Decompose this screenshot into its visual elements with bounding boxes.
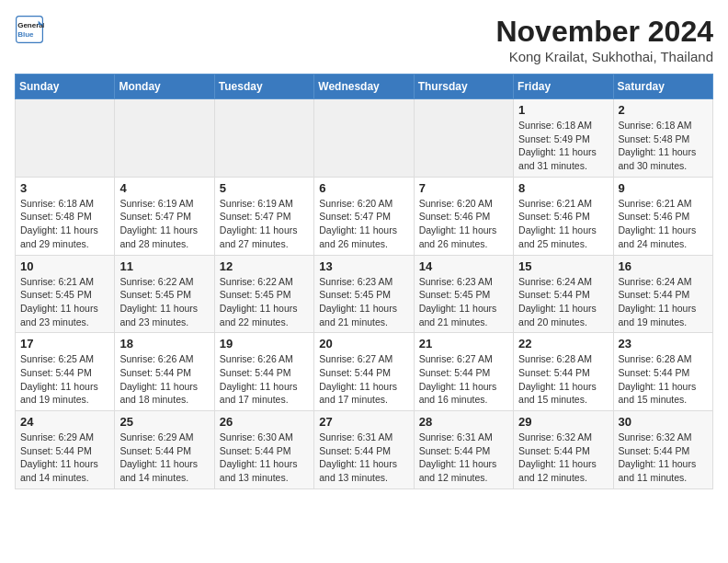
day-number: 23 (619, 337, 708, 350)
week-row-3: 10Sunrise: 6:21 AM Sunset: 5:45 PM Dayli… (16, 255, 713, 333)
day-info: Sunrise: 6:18 AM Sunset: 5:48 PM Dayligh… (619, 119, 708, 173)
week-row-5: 24Sunrise: 6:29 AM Sunset: 5:44 PM Dayli… (16, 411, 713, 489)
calendar-cell: 29Sunrise: 6:32 AM Sunset: 5:44 PM Dayli… (514, 411, 613, 489)
week-row-1: 1Sunrise: 6:18 AM Sunset: 5:49 PM Daylig… (16, 99, 713, 178)
day-info: Sunrise: 6:26 AM Sunset: 5:44 PM Dayligh… (220, 352, 309, 407)
calendar-cell: 24Sunrise: 6:29 AM Sunset: 5:44 PM Dayli… (16, 411, 115, 489)
weekday-header-row: SundayMondayTuesdayWednesdayThursdayFrid… (16, 75, 713, 99)
calendar-cell: 15Sunrise: 6:24 AM Sunset: 5:44 PM Dayli… (514, 255, 613, 333)
calendar-cell: 22Sunrise: 6:28 AM Sunset: 5:44 PM Dayli… (514, 333, 613, 411)
day-info: Sunrise: 6:30 AM Sunset: 5:44 PM Dayligh… (220, 431, 309, 485)
day-number: 25 (119, 415, 209, 429)
title-block: November 2024 Kong Krailat, Sukhothai, T… (495, 15, 713, 64)
weekday-header-monday: Monday (115, 75, 214, 99)
calendar-cell: 21Sunrise: 6:27 AM Sunset: 5:44 PM Dayli… (414, 333, 513, 411)
calendar-cell: 11Sunrise: 6:22 AM Sunset: 5:45 PM Dayli… (115, 255, 214, 333)
day-info: Sunrise: 6:19 AM Sunset: 5:47 PM Dayligh… (119, 197, 209, 251)
logo-icon: General Blue (15, 15, 44, 44)
day-number: 15 (518, 259, 608, 273)
calendar-cell: 12Sunrise: 6:22 AM Sunset: 5:45 PM Dayli… (214, 255, 313, 333)
day-info: Sunrise: 6:24 AM Sunset: 5:44 PM Dayligh… (619, 275, 708, 329)
day-info: Sunrise: 6:23 AM Sunset: 5:45 PM Dayligh… (419, 275, 508, 329)
calendar-cell: 8Sunrise: 6:21 AM Sunset: 5:46 PM Daylig… (514, 177, 613, 255)
calendar-cell: 25Sunrise: 6:29 AM Sunset: 5:44 PM Dayli… (115, 411, 214, 489)
day-number: 26 (220, 415, 309, 429)
day-info: Sunrise: 6:23 AM Sunset: 5:45 PM Dayligh… (319, 275, 408, 329)
day-info: Sunrise: 6:22 AM Sunset: 5:45 PM Dayligh… (119, 275, 209, 329)
day-number: 14 (419, 259, 508, 273)
day-number: 1 (518, 103, 608, 117)
calendar-cell: 7Sunrise: 6:20 AM Sunset: 5:46 PM Daylig… (414, 177, 513, 255)
calendar-cell: 4Sunrise: 6:19 AM Sunset: 5:47 PM Daylig… (115, 177, 214, 255)
day-info: Sunrise: 6:19 AM Sunset: 5:47 PM Dayligh… (220, 197, 309, 251)
day-number: 5 (220, 181, 309, 195)
day-number: 6 (319, 181, 408, 195)
calendar-cell: 26Sunrise: 6:30 AM Sunset: 5:44 PM Dayli… (214, 411, 313, 489)
day-info: Sunrise: 6:28 AM Sunset: 5:44 PM Dayligh… (518, 352, 608, 407)
calendar-cell: 1Sunrise: 6:18 AM Sunset: 5:49 PM Daylig… (514, 99, 613, 178)
day-info: Sunrise: 6:22 AM Sunset: 5:45 PM Dayligh… (220, 275, 309, 329)
weekday-header-friday: Friday (514, 75, 613, 99)
day-info: Sunrise: 6:32 AM Sunset: 5:44 PM Dayligh… (518, 431, 608, 485)
day-info: Sunrise: 6:21 AM Sunset: 5:45 PM Dayligh… (20, 275, 109, 329)
day-number: 28 (419, 415, 508, 429)
logo: General Blue (15, 15, 44, 44)
calendar-cell: 28Sunrise: 6:31 AM Sunset: 5:44 PM Dayli… (414, 411, 513, 489)
day-number: 18 (119, 337, 209, 350)
calendar-cell (414, 99, 513, 178)
calendar-cell: 10Sunrise: 6:21 AM Sunset: 5:45 PM Dayli… (16, 255, 115, 333)
calendar-cell: 27Sunrise: 6:31 AM Sunset: 5:44 PM Dayli… (314, 411, 414, 489)
calendar-cell: 6Sunrise: 6:20 AM Sunset: 5:47 PM Daylig… (314, 177, 414, 255)
weekday-header-saturday: Saturday (613, 75, 712, 99)
day-info: Sunrise: 6:25 AM Sunset: 5:44 PM Dayligh… (20, 352, 109, 407)
day-info: Sunrise: 6:20 AM Sunset: 5:46 PM Dayligh… (419, 197, 508, 251)
day-info: Sunrise: 6:21 AM Sunset: 5:46 PM Dayligh… (518, 197, 608, 251)
day-number: 29 (518, 415, 608, 429)
day-info: Sunrise: 6:27 AM Sunset: 5:44 PM Dayligh… (419, 352, 508, 407)
calendar-cell: 19Sunrise: 6:26 AM Sunset: 5:44 PM Dayli… (214, 333, 313, 411)
page-header: General Blue November 2024 Kong Krailat,… (15, 15, 713, 64)
location: Kong Krailat, Sukhothai, Thailand (495, 49, 713, 64)
calendar-cell: 3Sunrise: 6:18 AM Sunset: 5:48 PM Daylig… (16, 177, 115, 255)
day-number: 13 (319, 259, 408, 273)
day-number: 22 (518, 337, 608, 350)
day-info: Sunrise: 6:27 AM Sunset: 5:44 PM Dayligh… (319, 352, 408, 407)
calendar-cell (314, 99, 414, 178)
calendar-cell: 20Sunrise: 6:27 AM Sunset: 5:44 PM Dayli… (314, 333, 414, 411)
day-info: Sunrise: 6:32 AM Sunset: 5:44 PM Dayligh… (619, 431, 708, 485)
calendar-cell: 13Sunrise: 6:23 AM Sunset: 5:45 PM Dayli… (314, 255, 414, 333)
day-number: 7 (419, 181, 508, 195)
weekday-header-thursday: Thursday (414, 75, 513, 99)
calendar-cell: 18Sunrise: 6:26 AM Sunset: 5:44 PM Dayli… (115, 333, 214, 411)
day-number: 30 (619, 415, 708, 429)
week-row-4: 17Sunrise: 6:25 AM Sunset: 5:44 PM Dayli… (16, 333, 713, 411)
calendar-cell (115, 99, 214, 178)
day-info: Sunrise: 6:31 AM Sunset: 5:44 PM Dayligh… (419, 431, 508, 485)
calendar-cell: 5Sunrise: 6:19 AM Sunset: 5:47 PM Daylig… (214, 177, 313, 255)
weekday-header-tuesday: Tuesday (214, 75, 313, 99)
day-number: 3 (20, 181, 109, 195)
calendar-cell: 14Sunrise: 6:23 AM Sunset: 5:45 PM Dayli… (414, 255, 513, 333)
day-number: 12 (220, 259, 309, 273)
calendar-cell: 23Sunrise: 6:28 AM Sunset: 5:44 PM Dayli… (613, 333, 712, 411)
day-info: Sunrise: 6:24 AM Sunset: 5:44 PM Dayligh… (518, 275, 608, 329)
month-title: November 2024 (495, 15, 713, 49)
day-info: Sunrise: 6:29 AM Sunset: 5:44 PM Dayligh… (20, 431, 109, 485)
calendar-cell: 2Sunrise: 6:18 AM Sunset: 5:48 PM Daylig… (613, 99, 712, 178)
day-number: 20 (319, 337, 408, 350)
day-info: Sunrise: 6:29 AM Sunset: 5:44 PM Dayligh… (119, 431, 209, 485)
day-number: 9 (619, 181, 708, 195)
week-row-2: 3Sunrise: 6:18 AM Sunset: 5:48 PM Daylig… (16, 177, 713, 255)
weekday-header-sunday: Sunday (16, 75, 115, 99)
calendar-cell: 16Sunrise: 6:24 AM Sunset: 5:44 PM Dayli… (613, 255, 712, 333)
day-number: 21 (419, 337, 508, 350)
calendar-cell (214, 99, 313, 178)
day-info: Sunrise: 6:18 AM Sunset: 5:48 PM Dayligh… (20, 197, 109, 251)
day-info: Sunrise: 6:28 AM Sunset: 5:44 PM Dayligh… (619, 352, 708, 407)
day-number: 2 (619, 103, 708, 117)
day-number: 4 (119, 181, 209, 195)
day-info: Sunrise: 6:26 AM Sunset: 5:44 PM Dayligh… (119, 352, 209, 407)
day-number: 17 (20, 337, 109, 350)
calendar-cell: 17Sunrise: 6:25 AM Sunset: 5:44 PM Dayli… (16, 333, 115, 411)
day-number: 27 (319, 415, 408, 429)
